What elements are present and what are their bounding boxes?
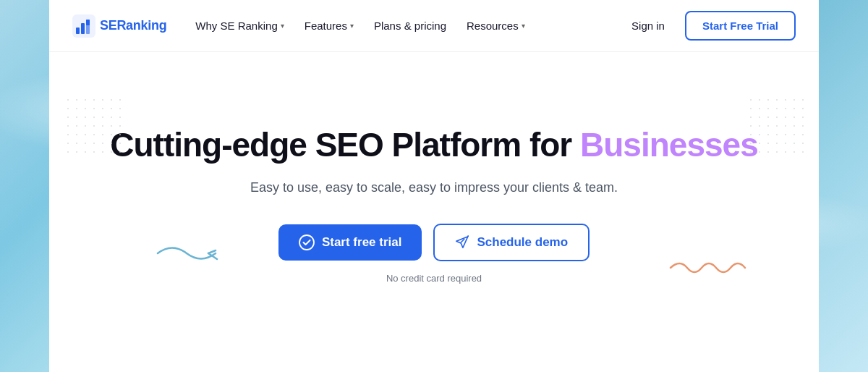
svg-point-5 bbox=[299, 235, 314, 250]
hero-subtitle: Easy to use, easy to scale, easy to impr… bbox=[250, 178, 618, 198]
chevron-down-icon: ▾ bbox=[281, 22, 284, 30]
no-credit-card-text: No credit card required bbox=[386, 273, 482, 284]
logo-icon bbox=[72, 14, 95, 38]
nav-right: Sign in Start Free Trial bbox=[623, 11, 796, 41]
start-free-trial-nav-button[interactable]: Start Free Trial bbox=[685, 11, 796, 41]
dots-decoration-right bbox=[746, 96, 804, 153]
check-circle-icon bbox=[299, 234, 315, 250]
hero-buttons: Start free trial Schedule demo bbox=[278, 224, 590, 261]
nav-item-why-se-ranking[interactable]: Why SE Ranking ▾ bbox=[187, 14, 292, 38]
main-card: SERanking Why SE Ranking ▾ Features ▾ Pl… bbox=[49, 0, 819, 372]
nav-links: Why SE Ranking ▾ Features ▾ Plans & pric… bbox=[187, 14, 623, 38]
squiggle-left-decoration bbox=[150, 239, 237, 285]
nav-item-resources[interactable]: Resources ▾ bbox=[458, 14, 534, 38]
nav-item-features[interactable]: Features ▾ bbox=[296, 14, 362, 38]
chevron-down-icon: ▾ bbox=[350, 22, 354, 30]
logo[interactable]: SERanking bbox=[72, 14, 166, 38]
logo-text: SERanking bbox=[100, 18, 166, 33]
start-free-trial-hero-button[interactable]: Start free trial bbox=[278, 224, 422, 261]
sign-in-link[interactable]: Sign in bbox=[623, 14, 673, 38]
svg-rect-1 bbox=[76, 28, 80, 34]
hero-title: Cutting-edge SEO Platform for Businesses bbox=[110, 126, 757, 164]
chevron-down-icon: ▾ bbox=[522, 22, 525, 30]
svg-rect-4 bbox=[86, 20, 90, 25]
paper-plane-icon bbox=[455, 235, 469, 250]
squiggle-right-decoration bbox=[667, 253, 746, 285]
dots-decoration-left bbox=[64, 96, 122, 153]
navbar: SERanking Why SE Ranking ▾ Features ▾ Pl… bbox=[49, 0, 819, 52]
svg-rect-2 bbox=[81, 23, 85, 34]
nav-item-plans-pricing[interactable]: Plans & pricing bbox=[365, 14, 455, 38]
hero-section: Cutting-edge SEO Platform for Businesses… bbox=[49, 52, 819, 372]
schedule-demo-button[interactable]: Schedule demo bbox=[433, 224, 590, 261]
